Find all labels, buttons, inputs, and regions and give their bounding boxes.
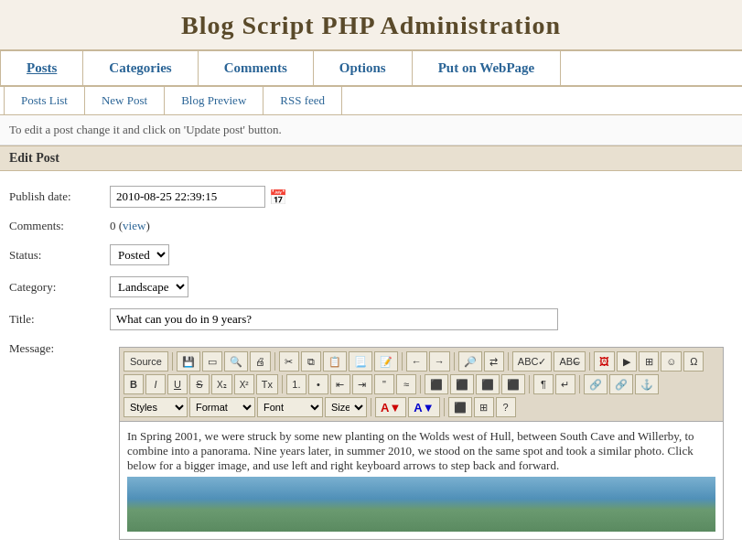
align-right-btn[interactable]: ⬛ — [476, 374, 500, 394]
subnav-posts-list[interactable]: Posts List — [4, 87, 85, 114]
publish-date-row: Publish date: 📅 — [9, 180, 733, 213]
font-color-btn[interactable]: A▼ — [375, 397, 406, 417]
paste-text-btn[interactable]: 📃 — [349, 351, 372, 372]
message-label: Message: — [9, 341, 110, 356]
comments-label: Comments: — [9, 219, 110, 233]
nav-posts[interactable]: Posts — [0, 51, 83, 85]
category-select[interactable]: Landscape Travel Nature Other — [110, 276, 188, 297]
category-label: Category: — [9, 280, 110, 295]
comments-row: Comments: 0 (view) — [9, 213, 733, 239]
sep1 — [172, 352, 173, 371]
save-doc-btn[interactable]: 💾 — [177, 351, 200, 372]
strike-btn[interactable]: S — [189, 374, 210, 394]
size-select[interactable]: Size 8 10 12 14 — [325, 397, 367, 417]
align-center-btn[interactable]: ⬛ — [450, 374, 474, 394]
editor-toolbar: Source 💾 ▭ 🔍 🖨 ✂ ⧉ 📋 📃 📝 ← → � — [120, 348, 723, 422]
underline-btn[interactable]: U — [167, 374, 188, 394]
editor-text: In Spring 2001, we were struck by some n… — [127, 429, 694, 472]
sep10 — [579, 375, 580, 393]
form-area: Publish date: 📅 Comments: 0 (view) Statu… — [0, 171, 742, 555]
sep8 — [420, 375, 421, 393]
sub-btn[interactable]: X₂ — [211, 374, 232, 394]
format-select[interactable]: Format Paragraph Heading 1 Heading 2 Hea… — [189, 397, 255, 417]
align-left-btn[interactable]: ⬛ — [425, 374, 448, 394]
smiley-btn[interactable]: ☺ — [661, 351, 682, 372]
link-btn[interactable]: 🔗 — [584, 374, 608, 394]
outdent-btn[interactable]: ⇤ — [330, 374, 350, 394]
special-char-btn[interactable]: Ω — [683, 351, 704, 372]
nav-put-on-webpage[interactable]: Put on WebPage — [413, 51, 562, 85]
main-nav: Posts Categories Comments Options Put on… — [0, 51, 742, 87]
remove-format-btn[interactable]: Tx — [256, 374, 278, 394]
toolbar-row-3: Styles Format Paragraph Heading 1 Headin… — [124, 396, 719, 418]
styles-select[interactable]: Styles — [124, 397, 188, 417]
site-title: Blog Script PHP Administration — [0, 11, 742, 40]
info-bar: To edit a post change it and click on 'U… — [0, 115, 742, 145]
print-btn[interactable]: 🖨 — [250, 351, 271, 372]
ul-btn[interactable]: • — [308, 374, 328, 394]
replace-btn[interactable]: ⇄ — [484, 351, 504, 372]
align-justify-btn[interactable]: ⬛ — [501, 374, 525, 394]
title-row: Title: — [9, 303, 733, 336]
ol-btn[interactable]: 1. — [286, 374, 306, 394]
indent-btn[interactable]: ⇥ — [352, 374, 372, 394]
subnav-rss-feed[interactable]: RSS feed — [263, 87, 342, 114]
subnav-new-post[interactable]: New Post — [85, 87, 165, 114]
title-label: Title: — [9, 312, 110, 327]
editor-container: Source 💾 ▭ 🔍 🖨 ✂ ⧉ 📋 📃 📝 ← → � — [119, 347, 724, 540]
spell2-btn[interactable]: ABC̶ — [554, 351, 586, 372]
redo-btn[interactable]: → — [429, 351, 450, 372]
status-select[interactable]: Posted Draft — [110, 244, 169, 265]
preview-btn[interactable]: 🔍 — [224, 351, 248, 372]
toolbar-row-2: B I U S X₂ X² Tx 1. • ⇤ ⇥ " ≈ ⬛ ⬛ — [124, 373, 719, 395]
editor-content[interactable]: In Spring 2001, we were struck by some n… — [120, 422, 723, 539]
img-btn[interactable]: 🖼 — [594, 351, 615, 372]
sup-btn[interactable]: X² — [234, 374, 254, 394]
nav-categories[interactable]: Categories — [83, 51, 198, 85]
table2-btn[interactable]: ⊞ — [474, 397, 494, 417]
publish-date-label: Publish date: — [9, 189, 110, 204]
flash-btn[interactable]: ▶ — [617, 351, 637, 372]
bg-color-btn[interactable]: A▼ — [408, 397, 439, 417]
anchor-btn[interactable]: ⚓ — [635, 374, 659, 394]
nav-comments[interactable]: Comments — [199, 51, 314, 85]
div-btn[interactable]: ≈ — [396, 374, 416, 394]
insert-special-btn[interactable]: ⬛ — [448, 397, 472, 417]
sep5 — [508, 352, 509, 371]
message-row: Message: Source 💾 ▭ 🔍 🖨 ✂ ⧉ 📋 📃 📝 — [9, 336, 733, 555]
sep6 — [589, 352, 590, 371]
source-btn[interactable]: Source — [124, 351, 168, 372]
table-btn[interactable]: ⊞ — [639, 351, 659, 372]
undo-btn[interactable]: ← — [406, 351, 427, 372]
toolbar-row-1: Source 💾 ▭ 🔍 🖨 ✂ ⧉ 📋 📃 📝 ← → � — [124, 350, 719, 372]
unlink-btn[interactable]: 🔗 — [609, 374, 633, 394]
rtl-btn[interactable]: ↵ — [555, 374, 575, 394]
subnav-blog-preview[interactable]: Blog Preview — [165, 87, 263, 114]
blockquote-btn[interactable]: " — [374, 374, 394, 394]
paste-btn[interactable]: 📋 — [323, 351, 347, 372]
font-select[interactable]: Font Arial Georgia Times New Roman — [257, 397, 323, 417]
help-btn[interactable]: ? — [496, 397, 516, 417]
publish-date-input[interactable] — [110, 186, 265, 208]
editor-image-preview — [127, 477, 715, 532]
sep4 — [454, 352, 455, 371]
status-row: Status: Posted Draft — [9, 239, 733, 271]
info-text: To edit a post change it and click on 'U… — [9, 123, 282, 136]
new-doc-btn[interactable]: ▭ — [202, 351, 222, 372]
paste-word-btn[interactable]: 📝 — [374, 351, 398, 372]
ltr-btn[interactable]: ¶ — [533, 374, 554, 394]
cut-btn[interactable]: ✂ — [279, 351, 299, 372]
comments-value: 0 (view) — [110, 219, 150, 233]
find-btn[interactable]: 🔎 — [458, 351, 482, 372]
section-title: Edit Post — [0, 145, 742, 171]
sep7 — [282, 375, 283, 393]
sep9 — [529, 375, 530, 393]
title-input[interactable] — [110, 308, 558, 330]
copy-btn[interactable]: ⧉ — [301, 351, 321, 372]
bold-btn[interactable]: B — [124, 374, 144, 394]
spellcheck-btn[interactable]: ABC✓ — [512, 351, 553, 372]
calendar-icon[interactable]: 📅 — [269, 188, 287, 206]
italic-btn[interactable]: I — [145, 374, 166, 394]
nav-options[interactable]: Options — [314, 51, 413, 85]
comments-view-link[interactable]: view — [123, 219, 145, 232]
